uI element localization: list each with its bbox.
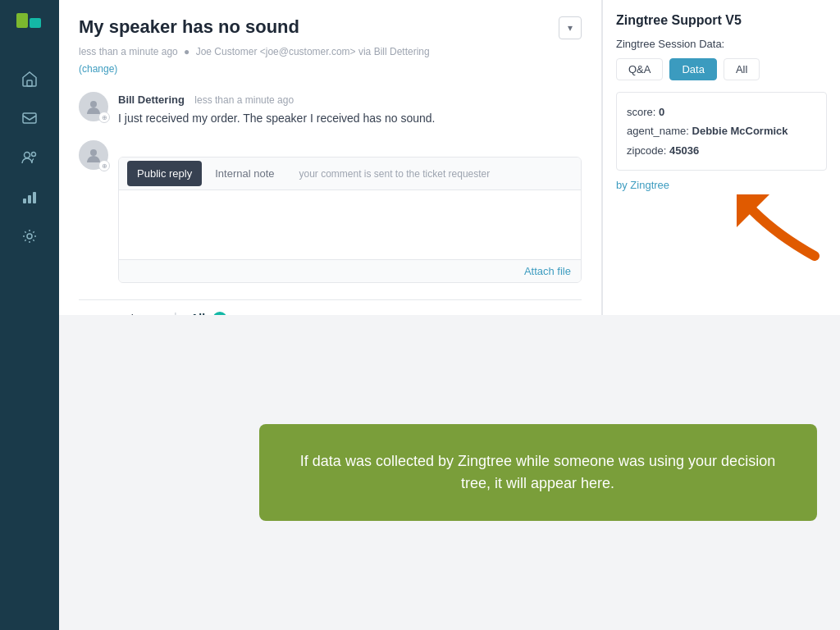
agent-key: agent_name: <box>627 125 689 137</box>
reply-form: Public reply Internal note your comment … <box>118 140 582 283</box>
reply-input[interactable] <box>119 190 581 256</box>
reply-container: ⊕ Public reply Internal note your commen… <box>79 140 582 283</box>
tooltip-wrapper: If data was collected by Zingtree while … <box>59 315 840 630</box>
sidebar-item-analytics[interactable] <box>13 180 46 213</box>
svg-point-10 <box>90 101 97 107</box>
public-reply-tab[interactable]: Public reply <box>127 161 202 186</box>
sidebar-item-settings[interactable] <box>13 220 46 253</box>
tooltip-box: If data was collected by Zingtree while … <box>259 424 817 521</box>
svg-rect-2 <box>27 80 32 86</box>
zingtree-by-link[interactable]: by Zingtree <box>616 179 827 191</box>
svg-rect-6 <box>23 199 26 203</box>
conversations-bar: Conversations ▾ | All 1 <box>79 299 582 315</box>
ticket-panel: My speaker has no sound ▾ less than a mi… <box>59 0 602 315</box>
svg-point-5 <box>32 153 36 157</box>
reply-footer: Attach file <box>119 259 581 282</box>
content-row: My speaker has no sound ▾ less than a mi… <box>59 0 840 315</box>
orange-arrow-icon <box>737 194 827 268</box>
sidebar-item-inbox[interactable] <box>13 102 46 135</box>
ticket-dropdown-button[interactable]: ▾ <box>559 16 582 39</box>
reply-tabs: Public reply Internal note your comment … <box>119 158 581 190</box>
svg-point-4 <box>25 153 30 158</box>
ticket-sender: Joe Customer <joe@customer.com> via Bill… <box>196 46 430 57</box>
score-row: score: 0 <box>627 103 816 121</box>
tab-data[interactable]: Data <box>669 58 716 80</box>
svg-point-11 <box>90 149 97 156</box>
svg-rect-7 <box>28 195 31 203</box>
svg-rect-8 <box>33 192 36 203</box>
avatar-badge: ⊕ <box>98 112 110 123</box>
ticket-change-link[interactable]: (change) <box>79 63 117 75</box>
score-key: score: <box>627 106 655 118</box>
attach-file-link[interactable]: Attach file <box>524 265 571 277</box>
sidebar-item-contacts[interactable] <box>13 141 46 174</box>
right-panel: Zingtree Support V5 Zingtree Session Dat… <box>602 0 840 315</box>
zipcode-row: zipcode: 45036 <box>627 141 816 160</box>
session-label: Zingtree Session Data: <box>616 38 827 50</box>
message-author: Bill Dettering <box>118 94 185 106</box>
chevron-down-icon: ▾ <box>568 22 573 34</box>
main-content: My speaker has no sound ▾ less than a mi… <box>59 0 840 630</box>
zipcode-key: zipcode: <box>627 144 666 157</box>
panel-tabs: Q&A Data All <box>616 58 827 80</box>
reply-avatar: ⊕ <box>79 140 108 170</box>
message-body: Bill Dettering less than a minute ago I … <box>118 92 582 127</box>
tab-qa[interactable]: Q&A <box>616 58 663 80</box>
reply-area: Public reply Internal note your comment … <box>118 157 582 283</box>
message-container: ⊕ Bill Dettering less than a minute ago … <box>79 92 582 127</box>
internal-note-tab[interactable]: Internal note <box>205 161 284 186</box>
tooltip-text: If data was collected by Zingtree while … <box>300 453 775 491</box>
tooltip-area: If data was collected by Zingtree while … <box>59 315 840 630</box>
svg-rect-0 <box>16 13 28 28</box>
logo <box>13 10 46 43</box>
ticket-time: less than a minute ago <box>79 46 178 57</box>
message-text: I just received my order. The speaker I … <box>118 110 582 127</box>
agent-row: agent_name: Debbie McCormick <box>627 121 816 140</box>
message-time: less than a minute ago <box>194 94 294 106</box>
reply-hint: your comment is sent to the ticket reque… <box>292 168 496 180</box>
score-value: 0 <box>659 106 664 118</box>
reply-avatar-badge: ⊕ <box>98 160 110 171</box>
arrow-annotation <box>616 194 827 268</box>
bullet-separator: ● <box>184 46 189 57</box>
svg-rect-3 <box>23 113 36 123</box>
sidebar-item-home[interactable] <box>13 62 46 95</box>
ticket-title: My speaker has no sound <box>79 16 299 38</box>
svg-rect-1 <box>30 18 41 28</box>
sidebar <box>0 0 59 630</box>
tab-all[interactable]: All <box>724 58 760 80</box>
agent-value: Debbie McCormick <box>692 125 788 137</box>
svg-point-9 <box>27 234 32 239</box>
panel-title: Zingtree Support V5 <box>616 13 827 28</box>
ticket-header: My speaker has no sound ▾ <box>79 16 582 39</box>
zipcode-value: 45036 <box>669 144 699 157</box>
session-data-box: score: 0 agent_name: Debbie McCormick zi… <box>616 92 827 171</box>
ticket-meta: less than a minute ago ● Joe Customer <j… <box>79 46 582 57</box>
avatar: ⊕ <box>79 92 108 121</box>
